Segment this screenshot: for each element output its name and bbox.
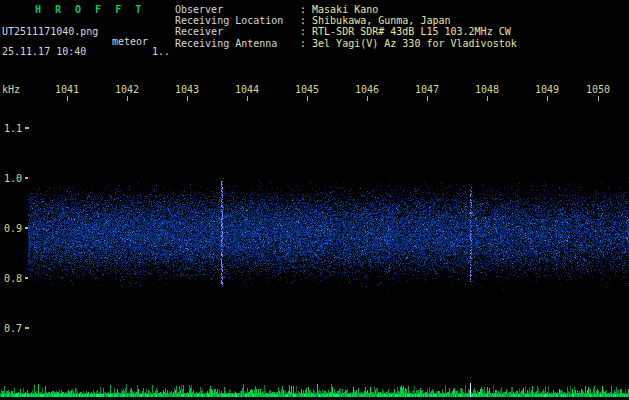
time-tick-mark [307,96,308,101]
time-tick-mark [547,96,548,101]
time-tick-mark [247,96,248,101]
time-tick-label: 1043 [174,84,200,95]
time-tick-label: 1041 [54,84,80,95]
freq-tick-label: 0.7 [2,323,22,334]
time-tick-mark [427,96,428,101]
time-tick-label: 1047 [414,84,440,95]
time-tick-label: 1048 [474,84,500,95]
time-tick-label: 1044 [234,84,260,95]
time-tick-label: 1046 [354,84,380,95]
signal-strip-canvas [0,382,629,398]
time-tick-mark [127,96,128,101]
spectrogram-canvas [28,176,629,294]
freq-tick-mark [25,127,29,129]
time-tick-mark [67,96,68,101]
time-tick-mark [598,96,599,101]
time-tick-label: 1049 [534,84,560,95]
freq-tick-label: 1.0 [2,173,22,184]
time-tick-mark [487,96,488,101]
hrofft-window: H R O F F T UT2511171040.png meteor 25.1… [0,0,629,400]
time-tick-mark [187,96,188,101]
time-tick-label: 1042 [114,84,140,95]
freq-tick-label: 0.9 [2,223,22,234]
time-tick-label: 1045 [294,84,320,95]
time-tick-label: 1050 [585,84,611,95]
freq-tick-label: 0.8 [2,273,22,284]
freq-tick-label: 1.1 [2,123,22,134]
time-tick-mark [367,96,368,101]
freq-tick-mark [25,327,29,329]
